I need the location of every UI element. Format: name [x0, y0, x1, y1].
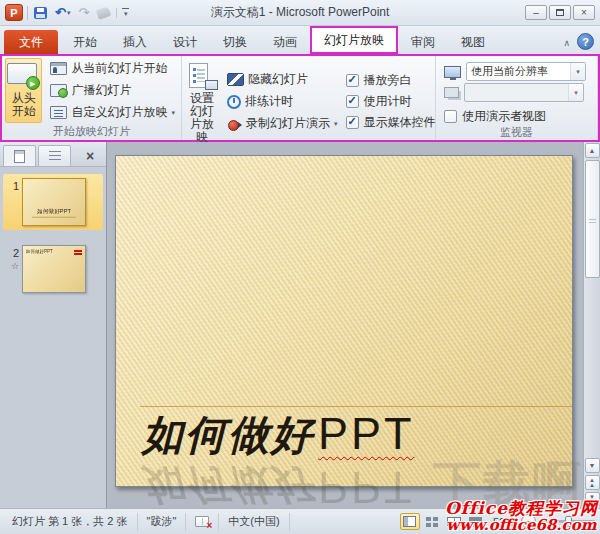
normal-view-button[interactable] — [400, 513, 420, 530]
chevron-down-icon: ▾ — [568, 84, 583, 101]
undo-dropdown-icon[interactable]: ▾ — [67, 9, 71, 17]
use-timings-label: 使用计时 — [364, 93, 412, 110]
undo-icon: ↶ — [55, 6, 66, 19]
slide-number: 1 — [5, 178, 19, 192]
scroll-up-button[interactable]: ▲ — [585, 143, 600, 158]
slide-1-thumbnail-image[interactable]: 如何做好PPT — [22, 178, 86, 226]
presenter-view-checkbox[interactable]: 使用演示者视图 — [444, 106, 589, 126]
slide-sorter-icon — [426, 517, 438, 527]
broadcast-icon — [50, 84, 67, 97]
spellcheck-icon: × — [195, 516, 209, 527]
tab-view[interactable]: 视图 — [448, 30, 498, 54]
presenter-view-label: 使用演示者视图 — [462, 108, 546, 125]
slide-title-reflection: 如何做好PPT — [142, 458, 415, 508]
slides-tab[interactable] — [3, 145, 36, 166]
custom-slideshow-button[interactable]: 自定义幻灯片放映 ▾ — [47, 102, 178, 123]
theme-indicator: "跋涉" — [138, 513, 187, 531]
from-beginning-label: 从头开始 — [6, 92, 41, 118]
slide-thumbnail-2[interactable]: 2 ☆ 如何做好PPT — [3, 241, 103, 297]
rehearse-timings-label: 排练计时 — [245, 93, 293, 110]
play-narrations-checkbox[interactable]: ✓ 播放旁白 — [346, 71, 436, 91]
powerpoint-logo-icon[interactable]: P — [5, 4, 23, 21]
slide-2-thumbnail-image[interactable]: 如何做好PPT — [22, 245, 86, 293]
close-button[interactable]: × — [573, 5, 595, 20]
checkbox-checked-icon: ✓ — [346, 116, 359, 129]
slide-number-indicator: 幻灯片 第 1 张，共 2 张 — [3, 513, 138, 531]
help-button[interactable]: ? — [577, 33, 594, 50]
tab-file[interactable]: 文件 — [4, 30, 58, 54]
customize-qat-button[interactable]: ▾ — [116, 8, 132, 18]
tab-insert[interactable]: 插入 — [110, 30, 160, 54]
slide-sorter-view-button[interactable] — [422, 513, 442, 530]
thumbnail-title-text: 如何做好PPT — [26, 248, 53, 253]
slide-canvas[interactable]: 如何做好PPT 如何做好PPT — [115, 155, 573, 487]
previous-slide-button[interactable]: ▲▲ — [585, 475, 600, 490]
record-slideshow-button[interactable]: 录制幻灯片演示 ▾ — [224, 113, 341, 134]
play-from-start-icon: ▶ — [7, 63, 41, 90]
vertical-scrollbar[interactable]: ▲ ▼ ▲▲ ▼▼ — [583, 142, 600, 508]
group-set-up: 设置 幻灯片放映 隐藏幻灯片 排练计时 录制幻灯片演示 ▾ — [182, 56, 436, 140]
hide-slide-button[interactable]: 隐藏幻灯片 — [224, 69, 341, 90]
custom-slideshow-icon — [50, 106, 67, 119]
rehearse-timings-button[interactable]: 排练计时 — [224, 91, 341, 112]
normal-view-icon — [403, 516, 416, 527]
restore-button[interactable] — [549, 5, 571, 20]
save-button[interactable] — [32, 6, 49, 20]
panel-tabs: × — [0, 142, 106, 167]
scrollbar-track[interactable] — [585, 159, 600, 457]
set-up-slideshow-icon — [186, 63, 218, 90]
chevron-down-icon[interactable]: ▾ — [570, 63, 585, 80]
show-media-controls-checkbox[interactable]: ✓ 显示媒体控件 — [346, 113, 436, 133]
scroll-down-button[interactable]: ▼ — [585, 458, 600, 473]
window-controls: – × — [525, 5, 600, 20]
accent-line — [140, 406, 572, 407]
checkbox-unchecked-icon — [444, 110, 457, 123]
use-timings-checkbox[interactable]: ✓ 使用计时 — [346, 92, 436, 112]
ribbon-tab-bar: 文件 开始 插入 设计 切换 动画 幻灯片放映 审阅 视图 ∧ ? — [0, 26, 600, 54]
rehearse-timings-icon — [227, 95, 241, 109]
hide-slide-icon — [227, 73, 244, 86]
chevron-down-icon: ▾ — [334, 120, 338, 128]
animation-star-icon: ☆ — [11, 262, 19, 271]
chevron-down-icon: ▾ — [171, 109, 175, 117]
main-area: × 1 如何做好PPT 2 ☆ 如何做好PPT — [0, 142, 600, 508]
scrollbar-thumb[interactable] — [585, 160, 600, 278]
show-media-controls-label: 显示媒体控件 — [364, 114, 436, 131]
spellcheck-indicator[interactable]: × — [186, 513, 219, 531]
tab-home[interactable]: 开始 — [60, 30, 110, 54]
minimize-button[interactable]: – — [525, 5, 547, 20]
slide-thumbnail-1[interactable]: 1 如何做好PPT — [3, 174, 103, 230]
touch-icon — [96, 6, 111, 20]
tab-design[interactable]: 设计 — [160, 30, 210, 54]
checkbox-checked-icon: ✓ — [346, 95, 359, 108]
tab-animations[interactable]: 动画 — [260, 30, 310, 54]
broadcast-slideshow-button[interactable]: 广播幻灯片 — [47, 80, 178, 101]
collapse-ribbon-button[interactable]: ∧ — [563, 38, 577, 54]
language-indicator[interactable]: 中文(中国) — [219, 513, 289, 531]
from-current-slide-label: 从当前幻灯片开始 — [71, 60, 167, 77]
tab-review[interactable]: 审阅 — [398, 30, 448, 54]
slide-editor: 如何做好PPT 如何做好PPT 下载啊 — [107, 142, 583, 508]
set-up-slideshow-button[interactable]: 设置 幻灯片放映 — [185, 58, 219, 145]
slide-number: 2 — [5, 245, 19, 259]
from-beginning-button[interactable]: ▶ 从头开始 — [5, 58, 42, 123]
divider — [27, 6, 28, 20]
close-panel-button[interactable]: × — [77, 145, 103, 166]
slides-tab-icon — [14, 150, 25, 163]
undo-button[interactable]: ↶▾ — [53, 5, 72, 20]
slide-title-zh: 如何做好 — [142, 411, 314, 459]
save-icon — [34, 7, 47, 19]
broadcast-label: 广播幻灯片 — [71, 82, 131, 99]
from-current-slide-button[interactable]: 从当前幻灯片开始 — [47, 58, 178, 79]
title-bar: P ↶▾ ↷ ▾ 演示文稿1 - Microsoft PowerPoint – … — [0, 0, 600, 26]
custom-slideshow-label: 自定义幻灯片放映 — [71, 104, 167, 121]
tab-transitions[interactable]: 切换 — [210, 30, 260, 54]
slide-title[interactable]: 如何做好PPT — [142, 408, 415, 463]
tab-slideshow[interactable]: 幻灯片放映 — [310, 26, 398, 54]
resolution-select[interactable]: 使用当前分辨率 ▾ — [466, 62, 586, 81]
outline-tab[interactable] — [38, 145, 71, 166]
watermark-line2: www.office68.com — [445, 517, 598, 534]
resolution-value: 使用当前分辨率 — [471, 64, 570, 79]
ribbon: ▶ 从头开始 从当前幻灯片开始 广播幻灯片 自定义幻灯片放映 ▾ 开始 — [0, 54, 600, 142]
from-current-slide-icon — [50, 62, 67, 75]
